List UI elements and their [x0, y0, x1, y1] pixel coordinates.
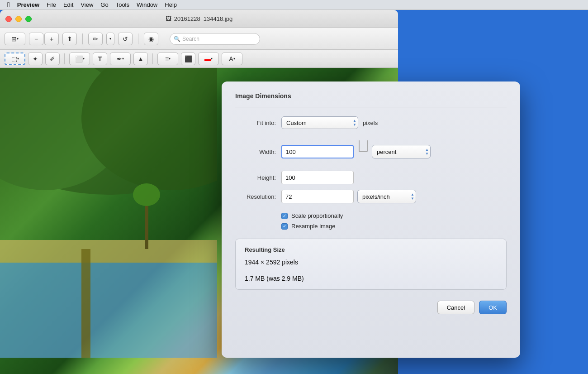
checkbox-area: ✓ Scale proportionally ✓ Resample image	[281, 212, 507, 230]
color-fill-button[interactable]: ▲	[133, 53, 148, 65]
resolution-unit-select[interactable]: pixels/inch pixels/cm	[357, 190, 416, 203]
sidebar-chevron-icon: ▾	[17, 37, 19, 41]
toolbar-separator-3	[164, 34, 164, 44]
resulting-dimensions: 1944 × 2592 pixels	[245, 259, 497, 266]
scale-proportionally-label: Scale proportionally	[291, 212, 343, 219]
macos-menubar:  Preview File Edit View Go Tools Window…	[0, 0, 588, 10]
font-icon: A	[229, 55, 233, 62]
menu-tools[interactable]: Tools	[112, 0, 133, 10]
resolution-row: Resolution: pixels/inch pixels/cm ▲ ▼	[235, 190, 507, 203]
fit-into-select[interactable]: Custom 320 × 480 (iPhone) 1024 × 768 (iP…	[281, 116, 358, 129]
menu-file[interactable]: File	[43, 0, 60, 10]
apple-menu[interactable]: 	[4, 0, 14, 10]
signature-icon: ✒	[117, 55, 122, 62]
height-label: Height:	[235, 174, 276, 181]
fill-icon: ▬	[204, 55, 211, 62]
height-input[interactable]	[281, 171, 354, 184]
signature-button[interactable]: ✒ ▾	[110, 53, 131, 65]
dialog-divider-1	[235, 107, 507, 107]
unit-select[interactable]: percent pixels inches cm mm	[372, 145, 431, 158]
width-row: Width: percent pixels inches cm mm	[235, 138, 507, 165]
sketch-button[interactable]: ✐	[45, 53, 60, 65]
zoom-in-button[interactable]: +	[44, 33, 59, 45]
width-label: Width:	[235, 149, 276, 155]
fit-into-select-wrapper: Custom 320 × 480 (iPhone) 1024 × 768 (iP…	[281, 116, 358, 129]
border-color-button[interactable]: ⬛	[181, 53, 195, 65]
search-icon: 🔍	[174, 36, 180, 42]
menu-go[interactable]: Go	[97, 0, 112, 10]
menu-edit[interactable]: Edit	[60, 0, 77, 10]
signature-chevron-icon: ▾	[122, 57, 124, 61]
shapes-button[interactable]: ⬜ ▾	[69, 53, 90, 65]
result-spacer	[245, 270, 497, 275]
window-title: 🖼 20161228_134418.jpg	[166, 15, 232, 22]
resample-image-row: ✓ Resample image	[281, 223, 507, 230]
main-toolbar: ⊞ ▾ − + ⬆ ✏ ▾ ↺ ◉ 🔍 Search	[0, 28, 398, 50]
lock-group	[358, 138, 368, 165]
menu-view[interactable]: View	[77, 0, 97, 10]
shapes-chevron-icon: ▾	[83, 57, 85, 61]
fit-into-row: Fit into: Custom 320 × 480 (iPhone) 1024…	[235, 116, 507, 129]
menu-help[interactable]: Help	[161, 0, 180, 10]
resolution-label: Resolution:	[235, 193, 276, 200]
width-input[interactable]	[281, 145, 354, 158]
sidebar-toggle-button[interactable]: ⊞ ▾	[5, 33, 25, 45]
minimize-button[interactable]	[15, 16, 22, 22]
line-style-icon: ≡	[165, 55, 169, 62]
fill-color-button[interactable]: ▬ ▾	[198, 53, 219, 65]
window-filename: 20161228_134418.jpg	[174, 15, 232, 22]
dialog-inner: Image Dimensions Fit into: Custom 320 × …	[222, 82, 520, 329]
resulting-size-section: Resulting Size 1944 × 2592 pixels 1.7 MB…	[235, 239, 507, 290]
selection-tool-button[interactable]: ⬚ ▾	[5, 53, 25, 65]
text-button[interactable]: T	[93, 53, 107, 65]
resample-image-label: Resample image	[291, 223, 336, 230]
markup-button[interactable]: ✏	[88, 33, 103, 45]
fill-chevron-icon: ▾	[211, 57, 213, 61]
cancel-button[interactable]: Cancel	[437, 301, 474, 314]
resolution-unit-select-wrapper: pixels/inch pixels/cm ▲ ▼	[357, 190, 416, 203]
drawing-sep-1	[64, 53, 65, 64]
search-box[interactable]: 🔍 Search	[170, 33, 260, 45]
dimensions-area: Width: percent pixels inches cm mm	[235, 138, 507, 203]
close-button[interactable]	[5, 16, 12, 22]
zoom-out-button[interactable]: −	[29, 33, 43, 45]
file-icon: 🖼	[166, 15, 171, 22]
traffic-lights	[5, 16, 32, 22]
maximize-button[interactable]	[25, 16, 32, 22]
selection-chevron-icon: ▾	[17, 57, 19, 61]
fit-unit-label: pixels	[363, 120, 378, 126]
location-button[interactable]: ◉	[144, 33, 158, 45]
adjust-color-button[interactable]: ✦	[28, 53, 43, 65]
scene-svg	[0, 68, 217, 358]
font-chevron-icon: ▾	[233, 57, 235, 61]
title-bar: 🖼 20161228_134418.jpg	[0, 10, 398, 28]
markup-chevron-button[interactable]: ▾	[106, 33, 114, 45]
resolution-input[interactable]	[281, 190, 354, 203]
toolbar-separator-2	[138, 34, 138, 44]
unit-select-wrapper: percent pixels inches cm mm ▲ ▼	[372, 145, 431, 158]
svg-rect-5	[0, 263, 217, 358]
resulting-size-title: Resulting Size	[245, 246, 497, 253]
scale-proportionally-row: ✓ Scale proportionally	[281, 212, 507, 219]
zoom-group: − +	[29, 33, 59, 45]
height-row: Height:	[235, 171, 507, 184]
resample-image-checkbox[interactable]: ✓	[281, 223, 288, 230]
dialog-title: Image Dimensions	[235, 92, 507, 100]
sidebar-toggle-group: ⊞ ▾	[5, 33, 25, 45]
share-button[interactable]: ⬆	[62, 33, 77, 45]
sidebar-icon: ⊞	[11, 35, 17, 43]
shapes-icon: ⬜	[75, 55, 83, 62]
line-style-button[interactable]: ≡ ▾	[157, 53, 178, 65]
scale-proportionally-checkbox[interactable]: ✓	[281, 213, 288, 219]
menu-window[interactable]: Window	[133, 0, 161, 10]
fit-into-label: Fit into:	[235, 120, 276, 126]
rotate-left-button[interactable]: ↺	[118, 33, 133, 45]
svg-rect-6	[81, 249, 90, 358]
font-button[interactable]: A ▾	[222, 53, 242, 65]
ok-button[interactable]: OK	[479, 301, 507, 314]
lock-bracket-svg	[358, 138, 368, 165]
image-dimensions-dialog: Image Dimensions Fit into: Custom 320 × …	[222, 82, 520, 358]
menu-preview[interactable]: Preview	[14, 0, 43, 10]
drawing-sep-2	[152, 53, 153, 64]
drawing-toolbar: ⬚ ▾ ✦ ✐ ⬜ ▾ T ✒ ▾ ▲ ≡ ▾ ⬛ ▬ ▾ A ▾	[0, 50, 398, 68]
